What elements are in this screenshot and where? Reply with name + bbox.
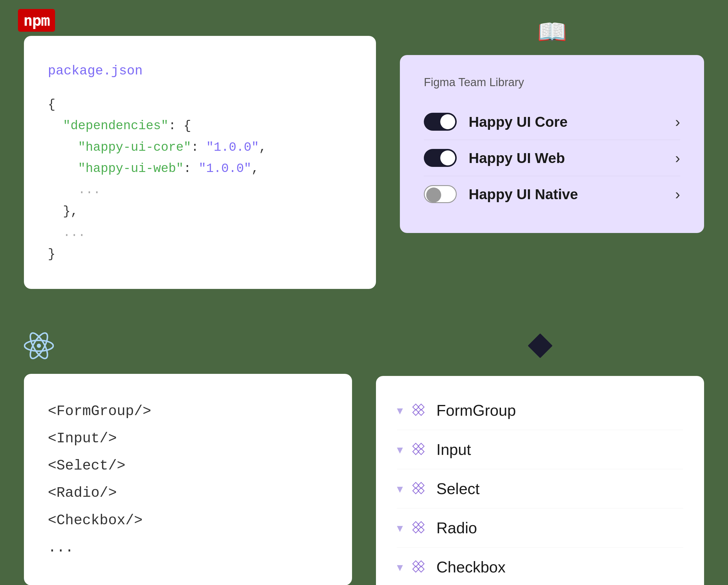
- jsx-line-2: <Input/>: [48, 425, 328, 452]
- chevron-core: ›: [675, 113, 680, 130]
- jsx-panel: <FormGroup/> <Input/> <Select/> <Radio/>…: [24, 374, 352, 585]
- toggle-core[interactable]: [424, 113, 457, 131]
- react-svg: [24, 331, 54, 361]
- component-diamond-radio: [412, 520, 427, 536]
- figma-item-name-core: Happy UI Core: [469, 114, 663, 130]
- code-content: { "dependencies": { "happy-ui-core": "1.…: [48, 94, 352, 265]
- components-panel: ▾ FormGroup ▾ Input: [376, 376, 704, 585]
- component-diamond-select: [412, 481, 427, 497]
- book-icon: 📖: [537, 18, 567, 46]
- figma-label: Figma Team Library: [424, 76, 680, 89]
- jsx-line-4: <Radio/>: [48, 479, 328, 507]
- figma-item-name-web: Happy UI Web: [469, 150, 663, 166]
- component-diamond-formgroup: [412, 403, 427, 418]
- component-name-input: Input: [436, 441, 471, 458]
- left-bottom: <FormGroup/> <Input/> <Select/> <Radio/>…: [24, 331, 352, 585]
- right-top-section: 📖 Figma Team Library Happy UI Core › Hap…: [400, 18, 704, 233]
- component-chevron-radio: ▾: [397, 521, 403, 535]
- component-name-radio: Radio: [436, 519, 477, 537]
- component-chevron-formgroup: ▾: [397, 403, 403, 417]
- component-item-radio[interactable]: ▾ Radio: [397, 508, 683, 548]
- code-panel: package.json { "dependencies": { "happy-…: [24, 36, 376, 289]
- component-diamond-checkbox: [412, 559, 427, 575]
- component-item-formgroup[interactable]: ▾ FormGroup: [397, 391, 683, 430]
- npm-logo: npm: [18, 9, 55, 32]
- svg-point-3: [37, 344, 41, 348]
- component-name-select: Select: [436, 480, 480, 498]
- right-bottom: ▾ FormGroup ▾ Input: [376, 331, 704, 585]
- figma-item-core[interactable]: Happy UI Core ›: [424, 104, 680, 140]
- diamond-icon: [525, 331, 555, 367]
- chevron-native: ›: [675, 185, 680, 203]
- code-title: package.json: [48, 60, 352, 82]
- react-icon: [24, 331, 352, 362]
- jsx-line-3: <Select/>: [48, 452, 328, 479]
- jsx-line-ellipsis: ...: [48, 534, 328, 561]
- jsx-line-1: <FormGroup/>: [48, 398, 328, 425]
- component-chevron-input: ▾: [397, 443, 403, 456]
- toggle-native[interactable]: [424, 185, 457, 203]
- figma-item-name-native: Happy UI Native: [469, 186, 663, 203]
- chevron-web: ›: [675, 149, 680, 166]
- component-diamond-input: [412, 442, 427, 457]
- figma-panel: Figma Team Library Happy UI Core › Happy…: [400, 55, 704, 233]
- component-item-checkbox[interactable]: ▾ Checkbox: [397, 548, 683, 585]
- component-name-formgroup: FormGroup: [436, 401, 516, 419]
- toggle-web[interactable]: [424, 149, 457, 167]
- component-chevron-select: ▾: [397, 482, 403, 496]
- component-chevron-checkbox: ▾: [397, 560, 403, 574]
- figma-item-native[interactable]: Happy UI Native ›: [424, 176, 680, 212]
- component-name-checkbox: Checkbox: [436, 558, 505, 576]
- component-item-input[interactable]: ▾ Input: [397, 430, 683, 469]
- diamond-svg: [525, 331, 555, 361]
- figma-item-web[interactable]: Happy UI Web ›: [424, 140, 680, 176]
- component-item-select[interactable]: ▾ Select: [397, 469, 683, 508]
- jsx-line-5: <Checkbox/>: [48, 507, 328, 534]
